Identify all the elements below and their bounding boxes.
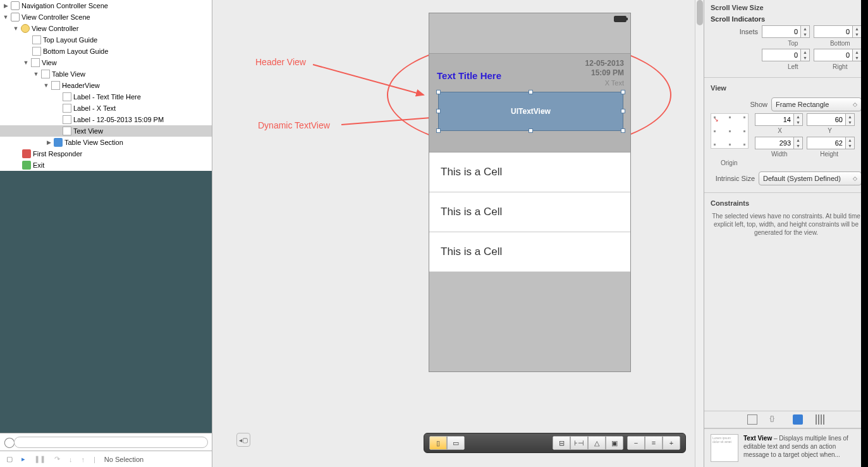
outline-label-title[interactable]: Label - Text Title Here	[0, 91, 212, 103]
annotation-dynamic-textview: Dynamic TextView	[258, 120, 330, 130]
inset-right-input[interactable]	[814, 49, 853, 61]
media-library-tab-icon[interactable]	[816, 414, 826, 425]
inset-left-label: Left	[771, 63, 815, 70]
zoom-segmented[interactable]: − = +	[627, 436, 680, 450]
outline-top-layout-guide[interactable]: Top Layout Guide	[0, 34, 212, 46]
iphone-scene[interactable]: Text Title Here 12-05-2013 15:09 PM X Te…	[429, 13, 631, 372]
vertical-scrollbar[interactable]	[695, 0, 704, 467]
object-library-item[interactable]: Lorem ipsum dolor sit amet Text View – D…	[704, 428, 868, 467]
toggle-outline-button[interactable]: ◂▢	[236, 433, 250, 447]
frame-width-input[interactable]	[755, 137, 794, 149]
header-xtext-label[interactable]: X Text	[605, 79, 624, 87]
constraints-title: Constraints	[704, 196, 868, 208]
tableview-icon	[41, 70, 50, 78]
frame-x-stepper[interactable]: ▲▼	[755, 113, 803, 126]
disclosure-triangle-icon[interactable]: ▼	[13, 25, 19, 32]
inset-left-stepper[interactable]: ▲▼	[762, 49, 810, 61]
resize-handle[interactable]	[529, 90, 533, 94]
resize-handle[interactable]	[436, 128, 441, 133]
outline-view-controller[interactable]: ▼ View Controller	[0, 23, 212, 34]
step-into-icon[interactable]: ↓	[69, 456, 73, 463]
scene-nav-controller[interactable]: ▶ Navigation Controller Scene	[0, 0, 212, 11]
frame-height-stepper[interactable]: ▲▼	[807, 137, 855, 149]
continue-icon[interactable]: ▸	[21, 455, 25, 463]
step-over-icon[interactable]: ↷	[54, 455, 60, 463]
table-cell[interactable]: This is a Cell	[429, 232, 630, 272]
outline-view[interactable]: ▼ View	[0, 57, 212, 68]
outline-label: Text View	[73, 127, 103, 135]
textview-library-icon: Lorem ipsum dolor sit amet	[711, 434, 738, 462]
inset-right-stepper[interactable]: ▲▼	[814, 49, 862, 61]
outline-exit[interactable]: Exit	[0, 159, 212, 171]
canvas-toolbar: ▯ ▭ ⊟ ⊦⊣ △ ▣ − = +	[424, 433, 686, 453]
inset-top-stepper[interactable]: ▲▼	[762, 25, 810, 38]
pause-icon[interactable]: ❚❚	[34, 455, 46, 463]
frame-height-input[interactable]	[807, 137, 846, 149]
table-cell[interactable]: This is a Cell	[429, 192, 630, 232]
frame-y-stepper[interactable]: ▲▼	[807, 113, 855, 126]
zoom-in-button[interactable]: +	[663, 436, 680, 450]
outline-label-xtext[interactable]: Label - X Text	[0, 103, 212, 114]
file-template-tab-icon[interactable]	[747, 414, 757, 425]
table-header-view[interactable]: Text Title Here 12-05-2013 15:09 PM X Te…	[429, 54, 630, 153]
resize-handle[interactable]	[436, 90, 441, 94]
header-title-label[interactable]: Text Title Here	[437, 70, 501, 81]
disclosure-triangle-icon[interactable]: ▼	[23, 59, 29, 66]
outline-filter-field[interactable]	[14, 437, 208, 448]
disclosure-triangle-icon[interactable]: ▼	[33, 71, 39, 77]
resolve-issues-button[interactable]: △	[588, 436, 606, 450]
origin-widget[interactable]: ↘	[711, 113, 749, 149]
outline-text-view[interactable]: Text View	[0, 125, 212, 137]
disclosure-triangle-icon[interactable]: ▶	[3, 3, 9, 9]
header-date-label[interactable]: 12-05-2013	[585, 59, 624, 68]
interface-builder-canvas[interactable]: Header View Dynamic TextView Text Title …	[212, 0, 704, 467]
align-button[interactable]: ⊟	[553, 436, 570, 450]
disclosure-triangle-icon[interactable]: ▼	[3, 14, 9, 20]
show-frame-select[interactable]: Frame Rectangle◇	[771, 97, 862, 111]
resize-handle[interactable]	[621, 109, 625, 113]
code-snippet-tab-icon[interactable]: {}	[770, 414, 780, 425]
form-factor-3-5inch-button[interactable]: ▭	[447, 436, 465, 450]
resize-handle[interactable]	[621, 90, 625, 94]
frame-x-input[interactable]	[755, 113, 794, 126]
pin-button[interactable]: ⊦⊣	[570, 436, 588, 450]
storyboard-scene-icon	[11, 13, 20, 22]
scene-view-controller[interactable]: ▼ View Controller Scene	[0, 11, 212, 23]
resize-handle[interactable]	[436, 109, 441, 113]
cell-label: This is a Cell	[441, 166, 502, 178]
outline-header-view[interactable]: ▼ HeaderView	[0, 80, 212, 91]
form-factor-4inch-button[interactable]: ▯	[429, 436, 447, 450]
frame-y-input[interactable]	[807, 113, 846, 126]
outline-bottom-layout-guide[interactable]: Bottom Layout Guide	[0, 46, 212, 57]
annotation-header-view: Header View	[255, 57, 306, 67]
toggle-outline-icon[interactable]: ▢	[6, 455, 13, 463]
step-out-icon[interactable]: ↑	[82, 456, 85, 463]
intrinsic-size-select[interactable]: Default (System Defined)◇	[759, 171, 862, 185]
outline-table-section[interactable]: ▶ Table View Section	[0, 137, 212, 148]
object-library-tab-icon[interactable]	[793, 414, 803, 425]
navigation-bar	[429, 26, 630, 54]
inset-bottom-input[interactable]	[814, 25, 853, 38]
disclosure-triangle-icon[interactable]: ▶	[46, 139, 52, 146]
outline-table-view[interactable]: ▼ Table View	[0, 68, 212, 80]
header-time-label[interactable]: 15:09 PM	[591, 68, 624, 77]
outline-tree[interactable]: ▶ Navigation Controller Scene ▼ View Con…	[0, 0, 212, 171]
resizing-button[interactable]: ▣	[606, 436, 623, 450]
table-cell[interactable]: This is a Cell	[429, 153, 630, 192]
outline-first-responder[interactable]: First Responder	[0, 148, 212, 159]
resize-handle[interactable]	[529, 128, 533, 133]
inset-top-input[interactable]	[762, 25, 801, 38]
resize-handle[interactable]	[621, 128, 625, 133]
autolayout-tools-segmented[interactable]: ⊟ ⊦⊣ △ ▣	[553, 436, 623, 450]
uitextview-selected[interactable]: UITextView	[438, 92, 623, 131]
outline-label-date[interactable]: Label - 12-05-2013 15:09 PM	[0, 114, 212, 125]
disclosure-triangle-icon[interactable]: ▼	[43, 82, 49, 89]
zoom-actual-button[interactable]: =	[645, 436, 663, 450]
inset-left-input[interactable]	[762, 49, 801, 61]
frame-width-stepper[interactable]: ▲▼	[755, 137, 803, 149]
chevron-updown-icon: ◇	[853, 101, 857, 108]
form-factor-segmented[interactable]: ▯ ▭	[429, 436, 465, 450]
inset-bottom-stepper[interactable]: ▲▼	[814, 25, 862, 38]
select-value: Frame Rectangle	[776, 101, 829, 108]
zoom-out-button[interactable]: −	[627, 436, 645, 450]
